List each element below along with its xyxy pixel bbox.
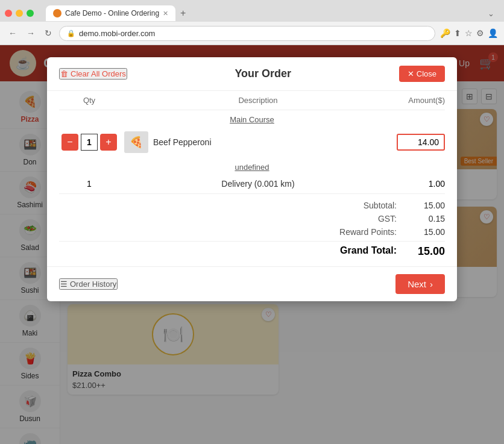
undefined-section-label: undefined <box>59 158 445 174</box>
qty-decrease-button[interactable]: − <box>61 134 78 151</box>
tab-close-icon[interactable]: ✕ <box>163 10 168 17</box>
next-button[interactable]: Next › <box>395 274 445 294</box>
gst-label: GST: <box>324 214 397 224</box>
window-maximize[interactable] <box>27 10 34 17</box>
delivery-name: Delivery (0.001 km) <box>119 179 397 189</box>
col-qty-header: Qty <box>59 96 119 105</box>
app-wrapper: ☕ Ca n Up 🛒 1 🍕 Pizza 🍱 Don 🍣 Sashimi <box>0 45 504 444</box>
item-name: Beef Pepperoni <box>153 137 397 147</box>
back-button[interactable]: ← <box>6 27 19 39</box>
browser-chrome: Cafe Demo - Online Ordering ✕ + ⌄ ← → ↻ … <box>0 0 504 45</box>
totals-section: Subtotal: 15.00 GST: 0.15 Reward Points:… <box>47 194 457 266</box>
grand-total-row: Grand Total: 15.00 <box>59 241 445 261</box>
reward-value: 15.00 <box>409 227 445 237</box>
tab-favicon <box>53 9 61 17</box>
address-bar[interactable]: 🔒 demo.mobi-order.com <box>59 26 435 41</box>
key-icon: 🔑 <box>440 28 450 38</box>
col-desc-header: Description <box>119 96 397 105</box>
item-price: 14.00 <box>397 134 445 151</box>
order-table-header: Qty Description Amount($) <box>59 91 445 110</box>
browser-tab[interactable]: Cafe Demo - Online Ordering ✕ <box>46 5 175 21</box>
profile-icon: 👤 <box>488 28 498 38</box>
col-amount-header: Amount($) <box>397 96 445 105</box>
forward-button[interactable]: → <box>24 27 37 39</box>
delivery-price: 1.00 <box>397 179 445 189</box>
item-image: 🍕 <box>124 131 148 153</box>
reward-label: Reward Points: <box>324 227 397 237</box>
order-history-button[interactable]: ☰ Order History <box>59 278 118 290</box>
chevron-right-icon: › <box>430 279 433 289</box>
list-icon: ☰ <box>60 280 68 289</box>
gst-value: 0.15 <box>409 214 445 224</box>
subtotal-row: Subtotal: 15.00 <box>59 199 445 212</box>
grand-total-value: 15.00 <box>409 245 445 258</box>
gst-row: GST: 0.15 <box>59 212 445 225</box>
subtotal-label: Subtotal: <box>324 201 397 210</box>
lock-icon: 🔒 <box>67 30 75 37</box>
modal-overlay: 🗑 Clear All Orders Your Order ✕ Close Qt… <box>0 45 504 444</box>
new-tab-button[interactable]: + <box>175 5 191 21</box>
close-modal-button[interactable]: ✕ Close <box>399 66 445 82</box>
order-item-row: − 1 + 🍕 Beef Pepperoni 14.00 <box>59 127 445 158</box>
extensions-icon: ⚙ <box>476 28 484 38</box>
trash-icon: 🗑 <box>60 69 68 78</box>
order-table: Qty Description Amount($) Main Course − … <box>47 91 457 194</box>
delivery-qty: 1 <box>59 179 119 189</box>
subtotal-value: 15.00 <box>409 201 445 210</box>
modal-footer: ☰ Order History Next › <box>47 266 457 301</box>
reward-row: Reward Points: 15.00 <box>59 225 445 239</box>
reload-button[interactable]: ↻ <box>42 27 54 39</box>
share-icon: ⬆ <box>454 28 461 38</box>
modal-title: Your Order <box>127 67 399 80</box>
main-course-section-label: Main Course <box>59 110 445 127</box>
qty-increase-button[interactable]: + <box>100 134 117 151</box>
modal-header: 🗑 Clear All Orders Your Order ✕ Close <box>47 57 457 91</box>
order-modal: 🗑 Clear All Orders Your Order ✕ Close Qt… <box>47 57 457 301</box>
grand-total-label: Grand Total: <box>324 245 397 258</box>
qty-control: − 1 + <box>59 134 119 151</box>
window-minimize[interactable] <box>16 10 23 17</box>
window-close[interactable] <box>5 10 12 17</box>
delivery-row: 1 Delivery (0.001 km) 1.00 <box>59 174 445 194</box>
tab-title: Cafe Demo - Online Ordering <box>65 9 159 17</box>
close-x-icon: ✕ <box>408 69 414 78</box>
url-text: demo.mobi-order.com <box>79 29 427 38</box>
bookmark-icon: ☆ <box>465 28 473 38</box>
clear-all-orders-button[interactable]: 🗑 Clear All Orders <box>59 68 127 80</box>
qty-number: 1 <box>81 134 98 151</box>
